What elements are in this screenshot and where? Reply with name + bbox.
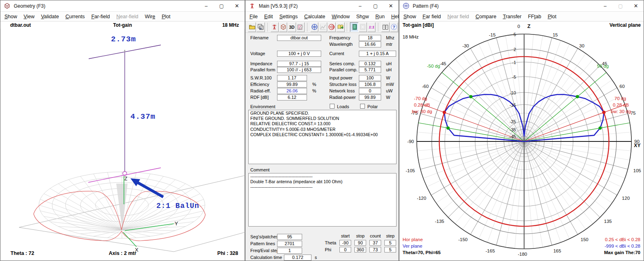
scale-1to1-button[interactable]: 1:1 xyxy=(367,22,375,32)
rdf-db--field[interactable]: 6.12 xyxy=(277,94,307,101)
freq-eval-steps-label: Freq/Eval steps xyxy=(250,248,281,253)
sweep-header-start: start xyxy=(338,232,353,239)
svg-text:-45: -45 xyxy=(439,61,446,66)
wavelength-unit: mtr xyxy=(386,42,392,47)
radiat-eff--label: Radiat-eff. xyxy=(250,88,271,93)
menu-pattern-show[interactable]: Show xyxy=(400,13,419,21)
geometry-close-button[interactable]: ✕ xyxy=(229,0,245,11)
main-close-button[interactable]: ✕ xyxy=(383,0,399,11)
calculation-time-label: Calculation time xyxy=(250,255,282,260)
notebook-button[interactable] xyxy=(350,22,358,32)
sweep-phi-start-field[interactable]: 0 xyxy=(339,247,351,252)
network-loss-field[interactable]: 0 xyxy=(359,88,381,94)
geometry-window-title: Geometry (F3) xyxy=(14,3,45,9)
edit-nec-button[interactable] xyxy=(296,22,305,32)
sweep-theta-count-field[interactable]: 37 xyxy=(369,240,381,246)
menu-geometry-plot[interactable]: Plot xyxy=(158,13,174,21)
geometry-minimize-button[interactable]: – xyxy=(198,0,214,11)
menu-main-settings[interactable]: Settings xyxy=(276,13,301,21)
menu-geometry-validate[interactable]: Validate xyxy=(38,13,62,21)
comment-text[interactable]: ----------------------------------------… xyxy=(248,173,397,227)
bw-angle-left-label: -50 dg xyxy=(427,64,440,68)
menu-main-calculate[interactable]: Calculate xyxy=(301,13,328,21)
antenna-button[interactable] xyxy=(271,22,279,32)
manual-button[interactable] xyxy=(381,22,389,32)
structure-loss-field[interactable]: 106.8 xyxy=(359,81,381,88)
menu-main-run[interactable]: Run xyxy=(372,13,388,21)
sweep-theta-start-field[interactable]: -90 xyxy=(339,240,351,246)
parallel-comp--field[interactable]: 5.771 xyxy=(359,67,381,73)
legend-red-range: 0.25 < dBi < 0.28 xyxy=(605,237,640,242)
calculation-time-field[interactable]: 0.172 xyxy=(284,255,311,261)
menu-pattern-plot[interactable]: Plot xyxy=(544,13,560,21)
geometry-titlebar: Geometry (F3) – ▢ ✕ xyxy=(0,0,245,12)
sweep-header-step: step xyxy=(383,232,398,239)
sweep-theta-stop-field[interactable]: 90 xyxy=(354,240,366,246)
s-w-r-100-field[interactable]: 1.17 xyxy=(277,75,307,81)
main-toolbar: 3D1:1? xyxy=(245,21,399,33)
frequency-field[interactable]: 18 xyxy=(359,35,381,41)
menu-geometry-far-field[interactable]: Far-field xyxy=(88,13,113,21)
menu-geometry-wire[interactable]: Wire xyxy=(141,13,158,21)
freq-eval-steps-field[interactable]: 1 xyxy=(277,248,302,254)
polar-pattern-button[interactable] xyxy=(310,22,318,32)
efficiency-field[interactable]: 99.89 xyxy=(277,81,307,88)
copy-window-icon xyxy=(257,24,264,30)
parallel-form-field[interactable]: 100 // - j 653 xyxy=(277,67,321,73)
copy-window-button[interactable] xyxy=(256,22,264,32)
pattern-close-button[interactable]: ✕ xyxy=(628,0,644,11)
geometry-cube-button[interactable] xyxy=(279,22,287,32)
view-3d-button[interactable]: 3D xyxy=(288,22,296,32)
loads-checkbox-label[interactable]: Loads xyxy=(337,104,349,109)
menu-pattern-fftab[interactable]: FFtab xyxy=(525,13,544,21)
menu-pattern-compare[interactable]: Compare xyxy=(472,13,499,21)
menu-main-window[interactable]: Window xyxy=(328,13,353,21)
polar-checkbox-label[interactable]: Polar xyxy=(367,104,378,109)
bw-left-label: bw: 30 dg xyxy=(412,109,432,114)
menu-pattern-far-field[interactable]: Far field xyxy=(419,13,444,21)
voltage-field[interactable]: 100 + j 0 V xyxy=(277,51,321,57)
pattern-minimize-button[interactable]: – xyxy=(597,0,613,11)
series-comp--field[interactable]: 0.132 xyxy=(359,61,381,67)
radiat-power-field[interactable]: 99.89 xyxy=(359,94,381,101)
loads-checkbox[interactable] xyxy=(330,104,335,109)
radiat-eff--field[interactable]: 26.06 xyxy=(277,88,307,94)
menu-geometry-view[interactable]: View xyxy=(20,13,38,21)
svg-text:-15: -15 xyxy=(510,103,516,107)
open-folder-button[interactable] xyxy=(248,22,256,32)
seg-s-patches-field[interactable]: 95 xyxy=(277,234,302,240)
impedance-field[interactable]: 97.7 - j 15 xyxy=(277,61,321,67)
menu-main-edit[interactable]: Edit xyxy=(261,13,276,21)
sweep-phi-step-field[interactable]: 5 xyxy=(384,247,396,252)
svg-text:30: 30 xyxy=(579,43,584,48)
wavelength-field[interactable]: 16.66 xyxy=(359,41,381,47)
bw-right-label: bw: 30 dg xyxy=(611,109,631,114)
sweep-phi-stop-field[interactable]: 360 xyxy=(354,247,366,252)
polar-checkbox[interactable] xyxy=(360,104,365,109)
help-button[interactable]: ? xyxy=(390,22,398,32)
current-field[interactable]: 1 + j 0.15 A xyxy=(359,51,396,57)
svg-text:-15: -15 xyxy=(489,32,496,37)
wavelength-label: Wavelength xyxy=(329,42,353,47)
menu-main-show[interactable]: Show xyxy=(353,13,372,21)
main-minimize-button[interactable]: – xyxy=(352,0,368,11)
sweep-phi-count-field[interactable]: 73 xyxy=(369,247,381,252)
filename-field[interactable]: dtbar.out xyxy=(277,35,321,41)
parallel-comp--label: Parallel comp. xyxy=(329,67,358,72)
status-axis: Axis : 2 mtr xyxy=(0,250,245,256)
menu-geometry-currents[interactable]: Currents xyxy=(62,13,88,21)
voltage-label: Voltage xyxy=(250,51,265,56)
input-power-field[interactable]: 100 xyxy=(359,75,381,81)
menu-main-file[interactable]: File xyxy=(246,13,261,21)
data-tables-button[interactable] xyxy=(336,22,344,32)
sweep-theta-step-field[interactable]: 5 xyxy=(384,240,396,246)
smith-chart-button[interactable] xyxy=(328,22,336,32)
main-maximize-button[interactable]: ▢ xyxy=(368,0,383,11)
menu-geometry-show[interactable]: Show xyxy=(1,13,20,21)
svg-text:15: 15 xyxy=(552,32,558,37)
svg-text:-105: -105 xyxy=(405,168,415,173)
pattern-lines-field[interactable]: 2701 xyxy=(277,241,302,247)
efficiency-label: Efficiency xyxy=(250,82,269,87)
geometry-maximize-button[interactable]: ▢ xyxy=(214,0,229,11)
menu-pattern-transfer[interactable]: Transfer xyxy=(499,13,525,21)
